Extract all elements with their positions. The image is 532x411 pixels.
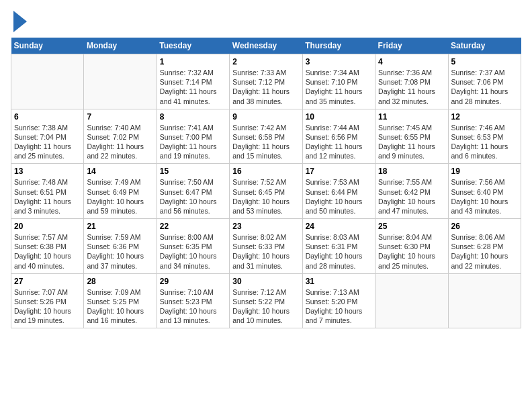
day-number: 26 bbox=[451, 222, 518, 231]
day-number: 8 bbox=[160, 112, 226, 122]
day-daylight: Daylight: 10 hours and 47 minutes. bbox=[378, 197, 435, 215]
day-number: 10 bbox=[306, 112, 372, 122]
day-daylight: Daylight: 10 hours and 25 minutes. bbox=[378, 252, 435, 269]
day-sunrise: Sunrise: 8:03 AM bbox=[306, 233, 359, 241]
day-daylight: Daylight: 11 hours and 28 minutes. bbox=[451, 87, 508, 105]
day-sunrise: Sunrise: 7:34 AM bbox=[306, 68, 359, 77]
day-number: 17 bbox=[306, 167, 372, 176]
day-sunset: Sunset: 6:42 PM bbox=[378, 188, 431, 196]
day-sunrise: Sunrise: 7:53 AM bbox=[306, 178, 359, 186]
day-number: 28 bbox=[87, 277, 153, 286]
day-daylight: Daylight: 11 hours and 15 minutes. bbox=[232, 142, 290, 160]
day-number: 15 bbox=[160, 167, 226, 176]
day-cell: 11 Sunrise: 7:45 AM Sunset: 6:55 PM Dayl… bbox=[375, 109, 448, 164]
day-number: 7 bbox=[87, 112, 153, 122]
day-sunrise: Sunrise: 7:46 AM bbox=[451, 124, 505, 132]
day-sunrise: Sunrise: 7:44 AM bbox=[306, 124, 359, 132]
day-cell: 18 Sunrise: 7:55 AM Sunset: 6:42 PM Dayl… bbox=[375, 164, 448, 219]
day-cell: 2 Sunrise: 7:33 AM Sunset: 7:12 PM Dayli… bbox=[230, 54, 302, 109]
week-row-1: 1 Sunrise: 7:32 AM Sunset: 7:14 PM Dayli… bbox=[11, 54, 521, 109]
day-sunset: Sunset: 7:02 PM bbox=[87, 133, 139, 141]
day-daylight: Daylight: 11 hours and 32 minutes. bbox=[378, 87, 435, 105]
day-sunset: Sunset: 6:45 PM bbox=[232, 188, 285, 196]
day-daylight: Daylight: 11 hours and 12 minutes. bbox=[306, 142, 363, 160]
day-daylight: Daylight: 11 hours and 22 minutes. bbox=[87, 142, 144, 160]
day-sunrise: Sunrise: 7:42 AM bbox=[232, 124, 286, 132]
day-daylight: Daylight: 11 hours and 41 minutes. bbox=[160, 87, 217, 105]
day-cell: 26 Sunrise: 8:06 AM Sunset: 6:28 PM Dayl… bbox=[448, 219, 521, 274]
day-sunrise: Sunrise: 7:09 AM bbox=[87, 288, 140, 296]
day-sunrise: Sunrise: 7:49 AM bbox=[87, 178, 140, 186]
day-daylight: Daylight: 11 hours and 9 minutes. bbox=[378, 142, 435, 160]
day-sunset: Sunset: 6:56 PM bbox=[306, 133, 358, 141]
day-cell: 5 Sunrise: 7:37 AM Sunset: 7:06 PM Dayli… bbox=[448, 54, 521, 109]
day-cell: 28 Sunrise: 7:09 AM Sunset: 5:25 PM Dayl… bbox=[84, 273, 157, 328]
day-number: 25 bbox=[378, 222, 445, 231]
calendar-header-row: SundayMondayTuesdayWednesdayThursdayFrid… bbox=[11, 38, 521, 54]
day-number: 4 bbox=[378, 57, 445, 66]
day-header-saturday: Saturday bbox=[448, 38, 521, 54]
day-sunrise: Sunrise: 7:12 AM bbox=[232, 288, 286, 296]
day-number: 3 bbox=[306, 57, 372, 66]
day-number: 21 bbox=[87, 222, 153, 231]
day-cell: 14 Sunrise: 7:49 AM Sunset: 6:49 PM Dayl… bbox=[84, 164, 157, 219]
day-sunrise: Sunrise: 7:32 AM bbox=[160, 68, 214, 77]
day-sunrise: Sunrise: 7:45 AM bbox=[378, 124, 432, 132]
day-cell: 13 Sunrise: 7:48 AM Sunset: 6:51 PM Dayl… bbox=[11, 164, 84, 219]
day-cell: 24 Sunrise: 8:03 AM Sunset: 6:31 PM Dayl… bbox=[302, 219, 375, 274]
day-sunrise: Sunrise: 7:10 AM bbox=[160, 288, 214, 296]
day-daylight: Daylight: 11 hours and 25 minutes. bbox=[14, 142, 71, 160]
day-sunset: Sunset: 7:00 PM bbox=[160, 133, 212, 141]
day-sunset: Sunset: 5:20 PM bbox=[306, 298, 358, 306]
day-number: 13 bbox=[14, 167, 81, 176]
day-sunset: Sunset: 5:25 PM bbox=[87, 298, 139, 306]
day-number: 29 bbox=[160, 277, 226, 286]
day-sunset: Sunset: 5:22 PM bbox=[232, 298, 285, 306]
day-number: 9 bbox=[232, 112, 299, 122]
day-header-tuesday: Tuesday bbox=[157, 38, 229, 54]
day-sunset: Sunset: 6:36 PM bbox=[87, 242, 139, 250]
day-daylight: Daylight: 11 hours and 3 minutes. bbox=[14, 197, 71, 215]
day-sunset: Sunset: 7:10 PM bbox=[306, 78, 358, 86]
day-cell: 22 Sunrise: 8:00 AM Sunset: 6:35 PM Dayl… bbox=[157, 219, 229, 274]
day-sunset: Sunset: 6:28 PM bbox=[451, 242, 504, 250]
day-sunset: Sunset: 7:12 PM bbox=[232, 78, 285, 86]
day-number: 2 bbox=[232, 57, 299, 66]
day-number: 12 bbox=[451, 112, 518, 122]
day-daylight: Daylight: 11 hours and 19 minutes. bbox=[160, 142, 217, 160]
day-sunset: Sunset: 7:08 PM bbox=[378, 78, 431, 86]
day-cell: 7 Sunrise: 7:40 AM Sunset: 7:02 PM Dayli… bbox=[84, 109, 157, 164]
day-sunset: Sunset: 6:58 PM bbox=[232, 133, 285, 141]
day-number: 18 bbox=[378, 167, 445, 176]
day-cell: 30 Sunrise: 7:12 AM Sunset: 5:22 PM Dayl… bbox=[230, 273, 302, 328]
day-sunrise: Sunrise: 7:48 AM bbox=[14, 178, 68, 186]
day-cell: 17 Sunrise: 7:53 AM Sunset: 6:44 PM Dayl… bbox=[302, 164, 375, 219]
day-cell bbox=[375, 273, 448, 328]
day-sunrise: Sunrise: 8:02 AM bbox=[232, 233, 286, 241]
day-daylight: Daylight: 10 hours and 22 minutes. bbox=[451, 252, 508, 269]
day-number: 27 bbox=[14, 277, 81, 286]
day-sunrise: Sunrise: 8:06 AM bbox=[451, 233, 505, 241]
day-daylight: Daylight: 10 hours and 37 minutes. bbox=[87, 252, 144, 269]
page-header bbox=[11, 11, 521, 32]
day-cell: 9 Sunrise: 7:42 AM Sunset: 6:58 PM Dayli… bbox=[230, 109, 302, 164]
day-number: 11 bbox=[378, 112, 445, 122]
day-sunrise: Sunrise: 7:50 AM bbox=[160, 178, 214, 186]
day-daylight: Daylight: 11 hours and 35 minutes. bbox=[306, 87, 363, 105]
day-sunrise: Sunrise: 7:56 AM bbox=[451, 178, 505, 186]
day-sunrise: Sunrise: 7:33 AM bbox=[232, 68, 286, 77]
calendar-table: SundayMondayTuesdayWednesdayThursdayFrid… bbox=[11, 38, 521, 328]
day-daylight: Daylight: 11 hours and 38 minutes. bbox=[232, 87, 290, 105]
day-daylight: Daylight: 10 hours and 13 minutes. bbox=[160, 307, 217, 324]
day-daylight: Daylight: 10 hours and 40 minutes. bbox=[14, 252, 71, 269]
day-number: 1 bbox=[160, 57, 226, 66]
day-cell: 19 Sunrise: 7:56 AM Sunset: 6:40 PM Dayl… bbox=[448, 164, 521, 219]
day-sunset: Sunset: 6:55 PM bbox=[378, 133, 431, 141]
week-row-3: 13 Sunrise: 7:48 AM Sunset: 6:51 PM Dayl… bbox=[11, 164, 521, 219]
day-cell: 8 Sunrise: 7:41 AM Sunset: 7:00 PM Dayli… bbox=[157, 109, 229, 164]
day-sunset: Sunset: 6:44 PM bbox=[306, 188, 358, 196]
day-header-sunday: Sunday bbox=[11, 38, 84, 54]
day-sunrise: Sunrise: 7:41 AM bbox=[160, 124, 214, 132]
day-sunrise: Sunrise: 7:40 AM bbox=[87, 124, 140, 132]
week-row-2: 6 Sunrise: 7:38 AM Sunset: 7:04 PM Dayli… bbox=[11, 109, 521, 164]
